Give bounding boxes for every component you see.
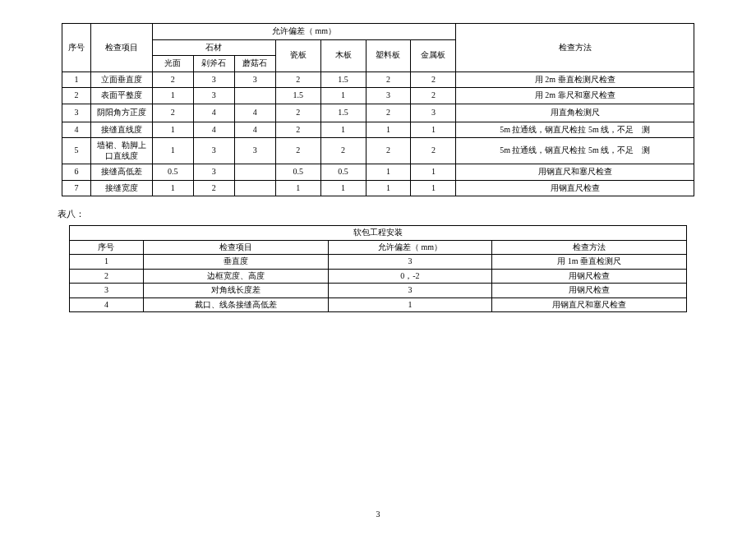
th-item: 检查项目 (90, 24, 152, 72)
table-row: 4接缝直线度 144 2111 5m 拉通线，钢直尺检拉 5m 线，不足 测 (62, 122, 694, 138)
th-deviation-group: 允许偏差（ mm） (152, 24, 456, 40)
table-8-label: 表八： (58, 208, 723, 220)
t2-th-seq: 序号 (70, 240, 144, 255)
th-wood: 木板 (320, 39, 366, 71)
th-method: 检查方法 (456, 24, 694, 72)
table-2-caption: 软包工程安装 (70, 226, 687, 241)
th-mushroom: 蘑菇石 (234, 56, 275, 72)
table-row: 2边框宽度、高度 0，-2用钢尺检查 (70, 269, 687, 284)
table-row: 4裁口、线条接缝高低差 1用钢直尺和塞尺检查 (70, 297, 687, 312)
th-metal: 金属板 (411, 39, 456, 71)
inspection-table-1: 序号 检查项目 允许偏差（ mm） 检查方法 石材 瓷板 木板 塑料板 金属板 … (62, 23, 694, 196)
table-row: 5墙裙、勒脚上口直线度 133 2222 5m 拉通线，钢直尺检拉 5m 线，不… (62, 138, 694, 164)
th-seq: 序号 (62, 24, 91, 72)
th-tile: 瓷板 (275, 39, 320, 71)
t2-th-item: 检查项目 (143, 240, 328, 255)
table-row: 3阴阳角方正度 244 21.523 用直角检测尺 (62, 104, 694, 122)
page-number: 3 (0, 510, 756, 519)
table-row: 7接缝宽度 12 1111 用钢直尺检查 (62, 180, 694, 196)
th-chisel: 剁斧石 (193, 56, 234, 72)
table-row: 1垂直度 3用 1m 垂直检测尺 (70, 255, 687, 270)
table-row: 2表面平整度 13 1.5132 用 2m 靠尺和塞尺检查 (62, 88, 694, 104)
t2-th-dev: 允许偏差（ mm） (328, 240, 492, 255)
table-row: 3对角线长度差 3用钢尺检查 (70, 284, 687, 298)
table-row: 6接缝高低差 0.53 0.50.511 用钢直尺和塞尺检查 (62, 164, 694, 181)
inspection-table-2: 软包工程安装 序号 检查项目 允许偏差（ mm） 检查方法 1垂直度 3用 1m… (69, 225, 687, 312)
th-plastic: 塑料板 (366, 39, 411, 71)
th-stone: 石材 (152, 39, 275, 56)
th-glossy: 光面 (152, 56, 193, 72)
t2-th-method: 检查方法 (492, 240, 687, 255)
table-row: 1立面垂直度 233 21.522 用 2m 垂直检测尺检查 (62, 71, 694, 88)
